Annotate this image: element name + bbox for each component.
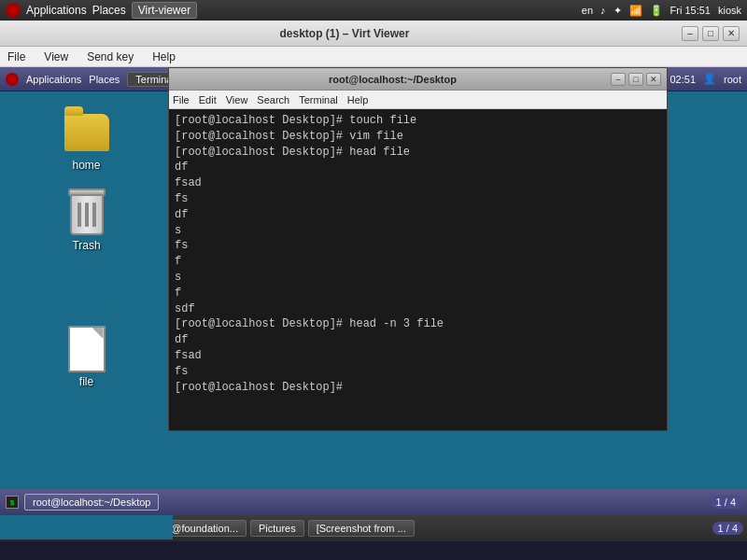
- inner-bottom-right: 1 / 4: [711, 496, 741, 509]
- os-lang: en: [582, 5, 593, 16]
- terminal-menubar: File Edit View Search Terminal Help: [169, 91, 667, 109]
- inner-user-icon: 👤: [703, 73, 716, 85]
- terminal-line: [root@localhost Desktop]# head -n 3 file: [175, 316, 661, 332]
- term-menu-file[interactable]: File: [173, 94, 190, 105]
- virt-close-button[interactable]: ✕: [723, 26, 740, 41]
- virt-viewer-menubar: File View Send key Help: [0, 47, 747, 67]
- virt-window-controls: – □ ✕: [682, 26, 740, 41]
- terminal-line: [root@localhost Desktop]# head file: [175, 145, 661, 161]
- terminal-line: sdf: [175, 301, 661, 317]
- file-document-icon: [64, 327, 109, 371]
- os-battery-icon: 🔋: [650, 5, 663, 17]
- term-menu-search[interactable]: Search: [257, 94, 289, 105]
- virt-menu-file[interactable]: File: [4, 49, 29, 65]
- terminal-line: [root@localhost Desktop]#: [175, 380, 661, 396]
- terminal-window: root@localhost:~/Desktop – □ ✕ File Edit…: [168, 67, 668, 431]
- terminal-close-button[interactable]: ✕: [646, 73, 661, 86]
- inner-applications-menu[interactable]: Applications: [26, 74, 81, 85]
- term-menu-help[interactable]: Help: [347, 94, 369, 105]
- file-icon[interactable]: file: [54, 327, 120, 388]
- terminal-controls: – □ ✕: [611, 73, 661, 86]
- terminal-title: root@localhost:~/Desktop: [175, 74, 611, 85]
- terminal-line: f: [175, 254, 661, 270]
- trash-icon[interactable]: Trash: [54, 190, 120, 252]
- terminal-line: fs: [175, 238, 661, 254]
- inner-bottom-taskbar: $ root@localhost:~/Desktop 1 / 4: [0, 489, 747, 515]
- os-places-menu[interactable]: Places: [92, 4, 126, 17]
- terminal-minimize-button[interactable]: –: [611, 73, 626, 86]
- terminal-content[interactable]: [root@localhost Desktop]# touch file[roo…: [169, 109, 667, 430]
- file-icon-label: file: [79, 375, 93, 388]
- home-icon[interactable]: home: [54, 110, 120, 172]
- os-user: kiosk: [718, 5, 741, 16]
- terminal-line: [root@localhost Desktop]# touch file: [175, 113, 661, 129]
- os-taskbar-right: en ♪ ✦ 📶 🔋 Fri 15:51 kiosk: [582, 5, 741, 17]
- os-audio-icon: ♪: [600, 5, 606, 16]
- os-bluetooth-icon: ✦: [613, 5, 622, 17]
- os-taskbar-left: Applications Places Virt-viewer: [6, 2, 197, 19]
- term-menu-view[interactable]: View: [226, 94, 248, 105]
- terminal-line: s: [175, 270, 661, 286]
- terminal-line: fsad: [175, 175, 661, 191]
- term-menu-edit[interactable]: Edit: [199, 94, 217, 105]
- terminal-line: df: [175, 332, 661, 348]
- trash-icon-label: Trash: [72, 239, 100, 252]
- os-wifi-icon: 📶: [629, 5, 642, 17]
- inner-taskbar-task[interactable]: root@localhost:~/Desktop: [24, 494, 159, 511]
- virt-viewer-titlebar: desktop (1) – Virt Viewer – □ ✕: [0, 21, 747, 47]
- outer-page-indicator: 1 / 4: [712, 522, 743, 535]
- virt-maximize-button[interactable]: □: [702, 26, 719, 41]
- home-icon-label: home: [72, 159, 100, 172]
- terminal-line: fs: [175, 364, 661, 380]
- terminal-line: fsad: [175, 348, 661, 364]
- inner-places-menu[interactable]: Places: [89, 74, 120, 85]
- terminal-line: fs: [175, 191, 661, 207]
- outer-bottom-right: 1 / 4: [712, 522, 743, 535]
- terminal-maximize-button[interactable]: □: [628, 73, 643, 86]
- os-taskbar: Applications Places Virt-viewer en ♪ ✦ 📶…: [0, 0, 747, 21]
- terminal-titlebar: root@localhost:~/Desktop – □ ✕: [169, 68, 667, 91]
- inner-page-indicator: 1 / 4: [711, 496, 741, 509]
- inner-user: root: [724, 74, 741, 85]
- term-menu-terminal[interactable]: Terminal: [299, 94, 338, 105]
- inner-terminal-icon: $: [6, 496, 19, 509]
- inner-os-logo-icon: [6, 73, 19, 86]
- vm-desktop: Applications Places Terminal ♪ 🖥 Fri 02:…: [0, 67, 747, 515]
- home-folder-icon: [64, 110, 109, 155]
- virt-menu-view[interactable]: View: [40, 49, 72, 65]
- os-time: Fri 15:51: [670, 5, 711, 16]
- outer-task-pictures[interactable]: Pictures: [250, 520, 304, 537]
- desktop-icons-area: home Trash: [0, 91, 173, 539]
- terminal-line: f: [175, 286, 661, 301]
- terminal-line: df: [175, 160, 661, 175]
- trash-bin-icon: [64, 190, 109, 235]
- os-applications-menu[interactable]: Applications: [26, 4, 87, 17]
- terminal-line: df: [175, 207, 661, 223]
- os-app-title: Virt-viewer: [132, 2, 197, 19]
- virt-minimize-button[interactable]: –: [682, 26, 698, 41]
- terminal-line: s: [175, 223, 661, 239]
- terminal-line: [root@localhost Desktop]# vim file: [175, 129, 661, 145]
- outer-task-screenshot[interactable]: [Screenshot from ...: [308, 520, 415, 537]
- os-logo-icon: [6, 3, 21, 18]
- virt-viewer-title: desktop (1) – Virt Viewer: [7, 27, 682, 40]
- virt-menu-sendkey[interactable]: Send key: [83, 49, 137, 65]
- virt-menu-help[interactable]: Help: [148, 49, 179, 65]
